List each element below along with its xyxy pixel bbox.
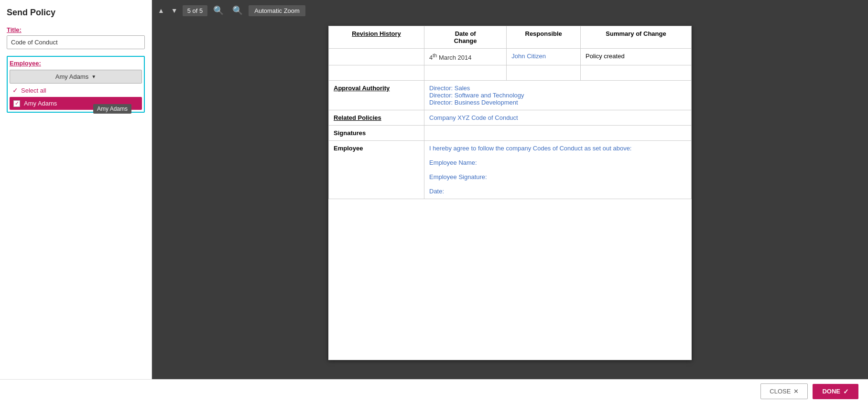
zoom-out-button[interactable]: 🔍 (210, 4, 227, 17)
done-button[interactable]: DONE ✓ (813, 384, 858, 399)
amy-adams-label: Amy Adams (24, 100, 57, 107)
title-label: Title: (7, 26, 145, 33)
col-responsible: Responsible (507, 26, 581, 49)
employee-label-cell: Employee (329, 141, 424, 199)
select-all-label: Select all (21, 87, 46, 94)
right-panel: ▲ ▼ 5 of 5 🔍 🔍 Automatic Zoom Revision H… (152, 0, 868, 403)
employee-section-label: Employee (334, 145, 363, 152)
empty-row (329, 65, 692, 81)
left-panel: Send Policy Title: Employee: Amy Adams ▼… (0, 0, 152, 403)
select-all-check-icon: ✓ (12, 86, 18, 94)
select-all-row[interactable]: ✓ Select all (10, 85, 142, 96)
done-check-icon: ✓ (843, 388, 849, 395)
approval-line-1: Director: Sales (429, 85, 686, 92)
bottom-bar: CLOSE ✕ DONE ✓ (0, 379, 868, 403)
related-policies-label: Related Policies (334, 114, 381, 121)
revision-data-row: 4th March 2014 John Citizen Policy creat… (329, 49, 692, 65)
approval-authority-row: Approval Authority Director: Sales Direc… (329, 81, 692, 110)
employee-name-line: Employee Name: (429, 159, 686, 166)
revision-responsible-cell: John Citizen (507, 49, 581, 65)
empty-col1 (329, 65, 424, 81)
revision-label-cell (329, 49, 424, 65)
col-date-of-change: Date ofChange (424, 26, 507, 49)
employee-dropdown[interactable]: Amy Adams ▼ (10, 70, 142, 84)
revision-history-header: Revision History (352, 30, 401, 37)
close-icon: ✕ (793, 388, 799, 395)
pdf-toolbar: ▲ ▼ 5 of 5 🔍 🔍 Automatic Zoom (152, 0, 868, 21)
approval-line-3: Director: Business Development (429, 99, 686, 106)
col-revision-history: Revision History (329, 26, 424, 49)
amy-adams-tooltip: Amy Adams (93, 104, 131, 114)
revision-responsible: John Citizen (511, 53, 546, 60)
document-table: Revision History Date ofChange Responsib… (328, 26, 692, 199)
empty-col3 (507, 65, 581, 81)
employee-dropdown-label: Amy Adams (55, 73, 88, 80)
revision-summary: Policy created (586, 53, 625, 60)
dropdown-arrow-icon: ▼ (91, 74, 96, 79)
employee-content-cell: I hereby agree to follow the company Cod… (424, 141, 692, 199)
pdf-content-area[interactable]: Revision History Date ofChange Responsib… (152, 21, 868, 403)
approval-authority-value-cell: Director: Sales Director: Software and T… (424, 81, 692, 110)
related-policies-value-cell: Company XYZ Code of Conduct (424, 110, 692, 126)
related-policies-label-cell: Related Policies (329, 110, 424, 126)
related-policies-value: Company XYZ Code of Conduct (429, 114, 518, 121)
employee-signature-line: Employee Signature: (429, 173, 686, 180)
revision-summary-cell: Policy created (580, 49, 691, 65)
employee-date-line: Date: (429, 188, 686, 195)
done-label: DONE (822, 388, 840, 395)
title-input[interactable] (7, 35, 145, 49)
employee-line-1: I hereby agree to follow the company Cod… (429, 145, 686, 152)
revision-date: 4th March 2014 (429, 54, 472, 61)
signatures-value-cell (424, 126, 692, 141)
zoom-label: Automatic Zoom (249, 5, 305, 16)
amy-adams-checkbox[interactable] (13, 100, 20, 107)
page-indicator: 5 of 5 (183, 5, 208, 16)
page-title: Send Policy (7, 8, 145, 18)
approval-authority-label-cell: Approval Authority (329, 81, 424, 110)
signatures-label: Signatures (334, 129, 366, 137)
signatures-row: Signatures (329, 126, 692, 141)
related-policies-row: Related Policies Company XYZ Code of Con… (329, 110, 692, 126)
employee-row: Employee I hereby agree to follow the co… (329, 141, 692, 199)
approval-line-2: Director: Software and Technology (429, 92, 686, 99)
empty-col2 (424, 65, 507, 81)
zoom-in-button[interactable]: 🔍 (229, 4, 246, 17)
employee-label: Employee: (10, 59, 142, 68)
nav-down-button[interactable]: ▼ (169, 5, 180, 16)
close-button[interactable]: CLOSE ✕ (760, 383, 808, 399)
empty-col4 (580, 65, 691, 81)
doc-page: Revision History Date ofChange Responsib… (328, 26, 692, 360)
col-summary: Summary of Change (580, 26, 691, 49)
nav-up-button[interactable]: ▲ (156, 5, 166, 16)
approval-authority-label: Approval Authority (334, 85, 390, 92)
revision-date-cell: 4th March 2014 (424, 49, 507, 65)
close-label: CLOSE (770, 388, 791, 395)
signatures-label-cell: Signatures (329, 126, 424, 141)
